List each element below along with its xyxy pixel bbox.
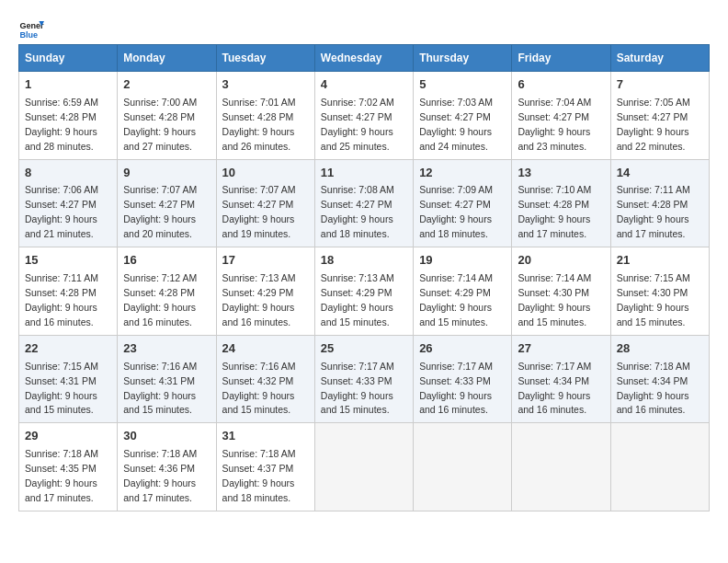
day-number: 15 — [25, 252, 111, 270]
day-number: 6 — [518, 76, 604, 94]
sunrise-info: Sunrise: 7:16 AM — [123, 361, 197, 372]
daylight-info: Daylight: 9 hours and 21 minutes. — [25, 213, 97, 239]
sunset-info: Sunset: 4:28 PM — [222, 111, 294, 122]
col-header-friday: Friday — [512, 45, 610, 72]
daylight-info: Daylight: 9 hours and 15 minutes. — [321, 302, 393, 327]
sunrise-info: Sunrise: 7:00 AM — [123, 97, 197, 108]
sunset-info: Sunset: 4:29 PM — [321, 287, 392, 298]
day-number: 4 — [321, 76, 407, 94]
sunrise-info: Sunrise: 7:17 AM — [321, 361, 394, 372]
daylight-info: Daylight: 9 hours and 15 minutes. — [518, 302, 590, 327]
sunrise-info: Sunrise: 7:07 AM — [123, 184, 197, 195]
sunset-info: Sunset: 4:29 PM — [222, 287, 294, 298]
calendar-cell: 22 Sunrise: 7:15 AM Sunset: 4:31 PM Dayl… — [19, 335, 118, 423]
day-number: 16 — [123, 252, 210, 270]
sunrise-info: Sunrise: 7:14 AM — [518, 272, 591, 283]
sunset-info: Sunset: 4:31 PM — [25, 375, 97, 386]
calendar-cell: 1 Sunrise: 6:59 AM Sunset: 4:28 PM Dayli… — [19, 72, 118, 160]
sunrise-info: Sunrise: 7:14 AM — [419, 272, 493, 283]
day-number: 1 — [25, 76, 111, 94]
sunrise-info: Sunrise: 7:13 AM — [321, 272, 394, 283]
daylight-info: Daylight: 9 hours and 25 minutes. — [321, 126, 393, 152]
daylight-info: Daylight: 9 hours and 15 minutes. — [222, 390, 295, 416]
sunset-info: Sunset: 4:28 PM — [518, 199, 589, 210]
sunset-info: Sunset: 4:27 PM — [419, 199, 491, 210]
day-number: 20 — [518, 252, 604, 270]
calendar-week-4: 22 Sunrise: 7:15 AM Sunset: 4:31 PM Dayl… — [19, 335, 710, 423]
calendar-cell: 27 Sunrise: 7:17 AM Sunset: 4:34 PM Dayl… — [512, 335, 610, 423]
day-number: 3 — [222, 76, 309, 94]
calendar-cell: 24 Sunrise: 7:16 AM Sunset: 4:32 PM Dayl… — [216, 335, 314, 423]
calendar-cell: 28 Sunrise: 7:18 AM Sunset: 4:34 PM Dayl… — [610, 335, 709, 423]
sunrise-info: Sunrise: 7:07 AM — [222, 184, 296, 195]
calendar-cell: 10 Sunrise: 7:07 AM Sunset: 4:27 PM Dayl… — [216, 159, 314, 247]
calendar-cell: 19 Sunrise: 7:14 AM Sunset: 4:29 PM Dayl… — [414, 247, 512, 336]
col-header-sunday: Sunday — [19, 45, 118, 72]
day-number: 12 — [419, 165, 506, 182]
sunset-info: Sunset: 4:28 PM — [123, 111, 195, 122]
day-number: 23 — [123, 340, 210, 358]
calendar-cell: 17 Sunrise: 7:13 AM Sunset: 4:29 PM Dayl… — [216, 247, 314, 336]
daylight-info: Daylight: 9 hours and 16 minutes. — [518, 390, 590, 416]
daylight-info: Daylight: 9 hours and 16 minutes. — [419, 390, 492, 416]
sunrise-info: Sunrise: 7:15 AM — [617, 272, 690, 283]
sunset-info: Sunset: 4:27 PM — [617, 111, 688, 122]
daylight-info: Daylight: 9 hours and 15 minutes. — [25, 390, 97, 416]
sunrise-info: Sunrise: 7:09 AM — [419, 184, 493, 195]
day-number: 30 — [123, 428, 210, 445]
calendar-cell: 9 Sunrise: 7:07 AM Sunset: 4:27 PM Dayli… — [118, 159, 216, 247]
calendar-cell: 6 Sunrise: 7:04 AM Sunset: 4:27 PM Dayli… — [512, 72, 610, 160]
sunrise-info: Sunrise: 7:01 AM — [222, 97, 296, 108]
calendar-table: SundayMondayTuesdayWednesdayThursdayFrid… — [18, 44, 710, 511]
day-number: 19 — [419, 252, 506, 270]
day-number: 22 — [25, 340, 111, 358]
sunset-info: Sunset: 4:36 PM — [123, 463, 195, 474]
calendar-cell: 14 Sunrise: 7:11 AM Sunset: 4:28 PM Dayl… — [610, 159, 709, 247]
calendar-cell: 30 Sunrise: 7:18 AM Sunset: 4:36 PM Dayl… — [118, 423, 216, 511]
calendar-week-3: 15 Sunrise: 7:11 AM Sunset: 4:28 PM Dayl… — [19, 247, 710, 336]
daylight-info: Daylight: 9 hours and 18 minutes. — [321, 213, 393, 239]
sunrise-info: Sunrise: 7:02 AM — [321, 97, 394, 108]
daylight-info: Daylight: 9 hours and 19 minutes. — [222, 213, 295, 239]
col-header-wednesday: Wednesday — [314, 45, 413, 72]
day-number: 13 — [518, 165, 604, 182]
sunrise-info: Sunrise: 7:12 AM — [123, 272, 197, 283]
daylight-info: Daylight: 9 hours and 18 minutes. — [419, 213, 492, 239]
day-number: 26 — [419, 340, 506, 358]
col-header-monday: Monday — [118, 45, 216, 72]
calendar-cell: 4 Sunrise: 7:02 AM Sunset: 4:27 PM Dayli… — [314, 72, 413, 160]
calendar-cell: 25 Sunrise: 7:17 AM Sunset: 4:33 PM Dayl… — [314, 335, 413, 423]
daylight-info: Daylight: 9 hours and 28 minutes. — [25, 126, 97, 152]
sunset-info: Sunset: 4:34 PM — [617, 375, 688, 386]
col-header-thursday: Thursday — [414, 45, 512, 72]
day-number: 11 — [321, 165, 407, 182]
sunset-info: Sunset: 4:27 PM — [25, 199, 97, 210]
day-number: 28 — [617, 340, 703, 358]
daylight-info: Daylight: 9 hours and 16 minutes. — [123, 302, 196, 327]
calendar-cell: 20 Sunrise: 7:14 AM Sunset: 4:30 PM Dayl… — [512, 247, 610, 336]
daylight-info: Daylight: 9 hours and 15 minutes. — [321, 390, 393, 416]
logo-icon: General Blue — [18, 15, 44, 40]
sunrise-info: Sunrise: 7:05 AM — [617, 97, 690, 108]
day-number: 27 — [518, 340, 604, 358]
day-number: 7 — [617, 76, 703, 94]
sunrise-info: Sunrise: 7:15 AM — [25, 361, 98, 372]
daylight-info: Daylight: 9 hours and 15 minutes. — [419, 302, 492, 327]
calendar-cell: 23 Sunrise: 7:16 AM Sunset: 4:31 PM Dayl… — [118, 335, 216, 423]
sunset-info: Sunset: 4:30 PM — [518, 287, 589, 298]
daylight-info: Daylight: 9 hours and 17 minutes. — [617, 213, 689, 239]
calendar-cell: 5 Sunrise: 7:03 AM Sunset: 4:27 PM Dayli… — [414, 72, 512, 160]
sunrise-info: Sunrise: 7:17 AM — [419, 361, 493, 372]
calendar-cell: 8 Sunrise: 7:06 AM Sunset: 4:27 PM Dayli… — [19, 159, 118, 247]
calendar-cell: 15 Sunrise: 7:11 AM Sunset: 4:28 PM Dayl… — [19, 247, 118, 336]
day-number: 21 — [617, 252, 703, 270]
calendar-cell — [610, 423, 709, 511]
sunset-info: Sunset: 4:28 PM — [25, 111, 97, 122]
sunrise-info: Sunrise: 7:18 AM — [25, 448, 98, 459]
sunset-info: Sunset: 4:31 PM — [123, 375, 195, 386]
sunrise-info: Sunrise: 7:13 AM — [222, 272, 296, 283]
calendar-week-1: 1 Sunrise: 6:59 AM Sunset: 4:28 PM Dayli… — [19, 72, 710, 160]
sunrise-info: Sunrise: 6:59 AM — [25, 97, 98, 108]
calendar-cell: 13 Sunrise: 7:10 AM Sunset: 4:28 PM Dayl… — [512, 159, 610, 247]
sunset-info: Sunset: 4:27 PM — [222, 199, 294, 210]
